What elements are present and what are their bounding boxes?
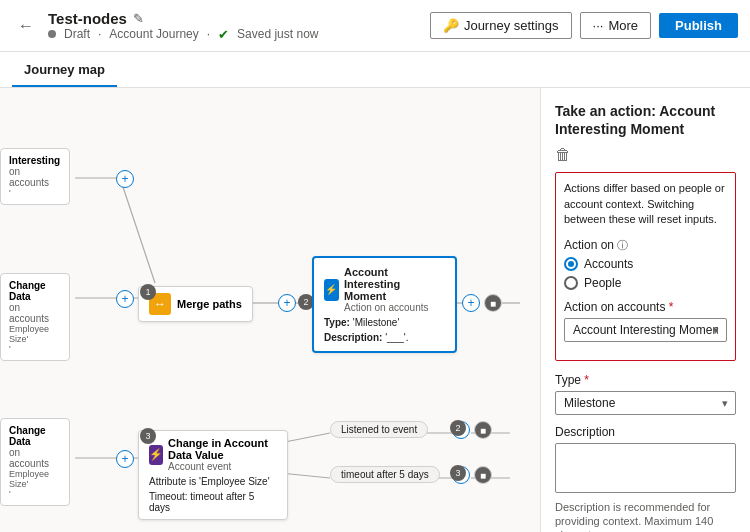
required-star: * <box>669 300 674 314</box>
action-on-label: Action on ⓘ <box>564 238 727 253</box>
title-row: Test-nodes ✎ <box>48 10 318 27</box>
end-btn-2: ■ <box>474 421 492 439</box>
listened-event-pill: Listened to event <box>330 421 428 438</box>
plus-btn-3[interactable]: + <box>278 294 296 312</box>
cd1-attr: Employee Size' <box>9 324 61 344</box>
badge-timeout: 3 <box>450 465 466 481</box>
meta-row: Draft · Account Journey · ✔ Saved just n… <box>48 27 318 42</box>
aim-node[interactable]: ⚡ Account Interesting Moment Action on a… <box>312 256 457 353</box>
warning-box: Actions differ based on people or accoun… <box>555 172 736 360</box>
radio-people-dot <box>564 276 578 290</box>
cd1-sub: on accounts <box>9 302 61 324</box>
aim-title: Account Interesting Moment <box>344 266 445 302</box>
interesting-arrow: ' <box>9 188 61 198</box>
draft-label: Draft <box>64 27 90 41</box>
merge-badge: 1 <box>140 284 156 300</box>
aim-sub: Action on accounts <box>344 302 445 313</box>
separator: · <box>98 27 101 41</box>
cd2-title: Change Data <box>9 425 61 447</box>
interesting-title: Interesting <box>9 155 61 166</box>
navtabs: Journey map <box>0 52 750 88</box>
merge-label: Merge paths <box>177 298 242 310</box>
change-account-node[interactable]: ⚡ Change in Account Data Value Account e… <box>138 430 288 520</box>
aim-type: Type: 'Milestone' <box>324 317 445 328</box>
tab-journey-map[interactable]: Journey map <box>12 54 117 87</box>
back-button[interactable]: ← <box>12 12 40 40</box>
cd2-sub: on accounts <box>9 447 61 469</box>
panel-title: Take an action: Account Interesting Mome… <box>555 102 736 138</box>
people-label: People <box>584 276 621 290</box>
main: Interesting on accounts ' Change Data on… <box>0 88 750 532</box>
plus-btn-2[interactable]: + <box>116 290 134 308</box>
saved-label: Saved just now <box>237 27 318 41</box>
cd2-arrow: ' <box>9 489 61 499</box>
aim-type-label: Type: <box>324 317 350 328</box>
radio-accounts-dot <box>564 257 578 271</box>
listened-label: Listened to event <box>341 424 417 435</box>
edit-icon[interactable]: ✎ <box>133 11 144 26</box>
end-btn-3: ■ <box>474 466 492 484</box>
aim-desc-value: '___'. <box>385 332 408 343</box>
topbar: ← Test-nodes ✎ Draft · Account Journey ·… <box>0 0 750 52</box>
panel-body: Actions differ based on people or accoun… <box>541 172 750 532</box>
warning-text: Actions differ based on people or accoun… <box>564 181 727 227</box>
interesting-sub: on accounts <box>9 166 61 188</box>
cad-timeout: Timeout: timeout after 5 days <box>149 491 277 513</box>
radio-accounts[interactable]: Accounts <box>564 257 727 271</box>
action-accounts-select[interactable]: Account Interesting Moment <box>564 318 727 342</box>
canvas: Interesting on accounts ' Change Data on… <box>0 88 540 532</box>
topbar-left: ← Test-nodes ✎ Draft · Account Journey ·… <box>12 10 430 42</box>
end-btn-1: ■ <box>484 294 502 312</box>
aim-icon: ⚡ <box>324 279 339 301</box>
more-button[interactable]: ··· More <box>580 12 651 39</box>
journey-label: Account Journey <box>109 27 198 41</box>
interesting-node: Interesting on accounts ' <box>0 148 70 205</box>
plus-btn-5[interactable]: + <box>116 450 134 468</box>
plus-btn-1[interactable]: + <box>116 170 134 188</box>
action-accounts-select-wrapper: Account Interesting Moment <box>564 318 727 342</box>
type-select[interactable]: Milestone <box>555 391 736 415</box>
cad-attr: Attribute is 'Employee Size' <box>149 476 277 487</box>
key-icon: 🔑 <box>443 18 459 33</box>
ellipsis-icon: ··· <box>593 18 604 33</box>
aim-type-value: 'Milestone' <box>353 317 400 328</box>
radio-group: Accounts People <box>564 257 727 290</box>
type-required: * <box>584 373 589 387</box>
radio-people[interactable]: People <box>564 276 727 290</box>
description-label: Description <box>555 425 736 439</box>
topbar-right: 🔑 Journey settings ··· More Publish <box>430 12 738 39</box>
publish-button[interactable]: Publish <box>659 13 738 38</box>
journey-settings-button[interactable]: 🔑 Journey settings <box>430 12 572 39</box>
description-textarea[interactable] <box>555 443 736 493</box>
badge-cad: 3 <box>140 428 156 444</box>
timeout-label: timeout after 5 days <box>341 469 429 480</box>
cad-sub: Account event <box>168 461 277 472</box>
helper-text: Description is recommended for providing… <box>555 500 736 532</box>
cd2-attr: Employee Size' <box>9 469 61 489</box>
lightning-icon: ⚡ <box>149 445 163 465</box>
info-icon[interactable]: ⓘ <box>617 239 628 251</box>
type-label: Type * <box>555 373 736 387</box>
action-accounts-label: Action on accounts * <box>564 300 727 314</box>
saved-icon: ✔ <box>218 27 229 42</box>
change-data-node2: Change Data on accounts Employee Size' ' <box>0 418 70 506</box>
badge-listened: 2 <box>450 420 466 436</box>
aim-desc: Description: '___'. <box>324 332 445 343</box>
right-panel: Take an action: Account Interesting Mome… <box>540 88 750 532</box>
timeout-pill: timeout after 5 days <box>330 466 440 483</box>
title-block: Test-nodes ✎ Draft · Account Journey · ✔… <box>48 10 318 42</box>
type-select-wrapper: Milestone <box>555 391 736 415</box>
page-title: Test-nodes <box>48 10 127 27</box>
panel-delete-button[interactable]: 🗑 <box>555 146 736 164</box>
cad-title: Change in Account Data Value <box>168 437 277 461</box>
more-label: More <box>608 18 638 33</box>
draft-dot <box>48 30 56 38</box>
settings-label: Journey settings <box>464 18 559 33</box>
cd1-title: Change Data <box>9 280 61 302</box>
plus-btn-4[interactable]: + <box>462 294 480 312</box>
change-data-node1: Change Data on accounts Employee Size' ' <box>0 273 70 361</box>
accounts-label: Accounts <box>584 257 633 271</box>
panel-header: Take an action: Account Interesting Mome… <box>541 88 750 172</box>
aim-desc-label: Description: <box>324 332 382 343</box>
separator2: · <box>207 27 210 41</box>
